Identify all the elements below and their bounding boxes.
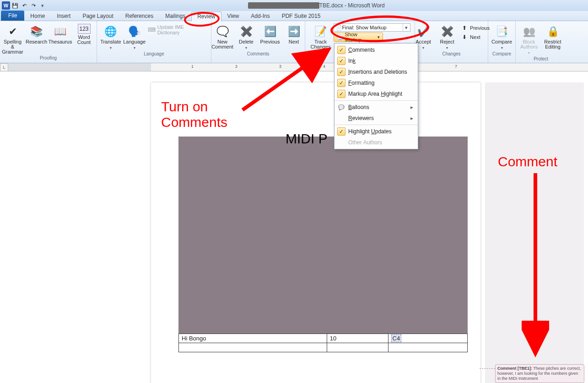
menu-highlight-updates[interactable]: ✓Highlight Updates [334,125,418,137]
workspace: L 1 2 3 4 5 6 7 MIDI P Hi Bongo 10 C4 [0,63,588,383]
group-label: Compare [491,50,512,57]
prev-change-icon: ⬆︎ [461,24,468,32]
check-icon: ✓ [337,79,345,87]
tab-view[interactable]: View [221,11,245,21]
research-icon: 📚 [29,24,44,38]
group-label: Comments [214,50,302,57]
tab-home[interactable]: Home [24,11,51,21]
block-authors-button: 👥Block Authors▾ [518,22,540,55]
group-comments: 🗨️New Comment ✖️Delete▾ ⬅️Previous ➡️Nex… [211,21,305,63]
group-label: Protect [518,55,563,62]
thesaurus-button[interactable]: 📖Thesaurus [49,22,71,44]
window-title: Redacted Author MIDIProjectTBE.docx - Mi… [47,2,586,9]
block-authors-icon: 👥 [522,24,536,38]
ruler-corner[interactable]: L [0,63,8,71]
previous-comment-button[interactable]: ⬅️Previous [259,22,281,44]
ribbon: ✔︎Spelling & Grammar 📚Research 📖Thesauru… [0,21,588,63]
tab-references[interactable]: References [119,11,159,21]
check-icon: ✓ [337,127,345,136]
wordcount-icon: 123 [78,24,91,34]
menu-insertions-deletions[interactable]: ✓Insertions and Deletions [334,66,418,77]
menu-other-authors: Other Authors [334,137,418,148]
commented-text[interactable]: C4 [391,334,402,342]
spellcheck-icon: ✔︎ [5,24,20,38]
group-language: 🌐Translate▾ 🗣️Language▾ ⌨︎Update IME Dic… [97,21,211,63]
next-change-icon: ⬇︎ [461,33,468,41]
group-compare: 📑Compare▾ Compare [488,21,516,63]
group-label: Changes [418,50,485,57]
table-cell[interactable]: 10 [327,334,388,343]
previous-change-button[interactable]: ⬆︎Previous [460,24,491,32]
research-button[interactable]: 📚Research [26,22,48,44]
next-comment-button[interactable]: ➡️Next [283,22,305,44]
table-row [179,343,468,352]
submenu-arrow-icon: ▸ [410,115,413,121]
prev-comment-icon: ⬅️ [263,24,277,38]
table-cell[interactable]: Hi Bongo [179,334,327,343]
new-comment-icon: 🗨️ [215,24,230,38]
thesaurus-icon: 📖 [53,24,68,38]
word-count-button[interactable]: 123Word Count [73,22,95,45]
qat-redo-button[interactable]: ↷ [29,1,38,10]
group-protect: 👥Block Authors▾ 🔒Restrict Editing Protec… [516,21,566,63]
tab-insert[interactable]: Insert [51,11,76,21]
compare-icon: 📑 [495,24,509,38]
table-cell[interactable] [179,343,327,352]
new-comment-button[interactable]: 🗨️New Comment [211,22,233,49]
language-button[interactable]: 🗣️Language▾ [124,22,146,50]
table-row: Hi Bongo 10 C4 [179,334,468,343]
reject-button[interactable]: ✖️Reject▾ [436,22,458,50]
translate-icon: 🌐 [103,24,118,38]
track-changes-icon: 📝 [313,24,328,38]
markup-area [485,82,584,383]
comment-balloon[interactable]: Comment [TBE1]: These pitches are correc… [495,364,584,383]
menu-comments[interactable]: ✓Comments [334,44,418,55]
table-cell[interactable] [388,343,468,352]
menu-reviewers[interactable]: Reviewers▸ [334,113,418,124]
delete-comment-icon: ✖️ [239,24,254,38]
horizontal-ruler[interactable]: 1 2 3 4 5 6 7 [8,63,588,71]
next-comment-icon: ➡️ [286,24,301,38]
spelling-grammar-button[interactable]: ✔︎Spelling & Grammar [2,22,24,55]
qat-undo-button[interactable]: ↶ [20,1,28,10]
group-label: Language [100,50,208,57]
menu-formatting[interactable]: ✓Formatting [334,77,418,88]
document-canvas[interactable]: MIDI P Hi Bongo 10 C4 [0,71,588,383]
qat-save-button[interactable]: 💾 [11,1,19,10]
group-label: Proofing [3,55,94,61]
menu-balloons[interactable]: 💬Balloons▸ [334,100,418,113]
menu-markup-area-highlight[interactable]: ✓Markup Area Highlight [334,88,418,99]
balloons-icon: 💬 [337,103,345,111]
check-icon: ✓ [337,68,345,76]
next-change-button[interactable]: ⬇︎Next [460,33,491,41]
ribbon-tabs: File Home Insert Page Layout References … [0,11,588,21]
document-table: Hi Bongo 10 C4 [178,334,468,352]
reject-icon: ✖️ [440,24,454,38]
group-proofing: ✔︎Spelling & Grammar 📚Research 📖Thesauru… [0,21,97,63]
compare-button[interactable]: 📑Compare▾ [491,22,513,50]
word-icon: W [2,1,10,10]
show-markup-menu: ✓Comments ✓Ink ✓Insertions and Deletions… [334,43,418,149]
delete-comment-button[interactable]: ✖️Delete▾ [235,22,257,50]
check-icon: ✓ [337,90,345,98]
check-icon: ✓ [337,57,345,65]
track-changes-button[interactable]: 📝Track Changes▾ [310,22,332,55]
qat-customize-dropdown[interactable]: ▾ [38,1,47,10]
quick-access-toolbar: W 💾 ↶ ↷ ▾ [2,1,47,10]
restrict-editing-button[interactable]: 🔒Restrict Editing [542,22,564,49]
comment-label: Comment [TBE1]: [497,366,532,371]
table-cell[interactable] [327,343,388,352]
table-cell[interactable]: C4 [388,334,468,343]
submenu-arrow-icon: ▸ [410,104,413,110]
tab-pdf-suite[interactable]: PDF Suite 2015 [276,11,327,21]
translate-button[interactable]: 🌐Translate▾ [100,22,122,50]
tab-page-layout[interactable]: Page Layout [76,11,119,21]
file-tab[interactable]: File [1,11,24,21]
page: MIDI P Hi Bongo 10 C4 [151,82,480,383]
menu-ink[interactable]: ✓Ink [334,55,418,66]
comment-connector [480,368,495,369]
ime-icon: ⌨︎ [148,26,156,33]
language-icon: 🗣️ [127,24,142,38]
redacted-block [178,137,468,334]
tab-add-ins[interactable]: Add-Ins [245,11,275,21]
